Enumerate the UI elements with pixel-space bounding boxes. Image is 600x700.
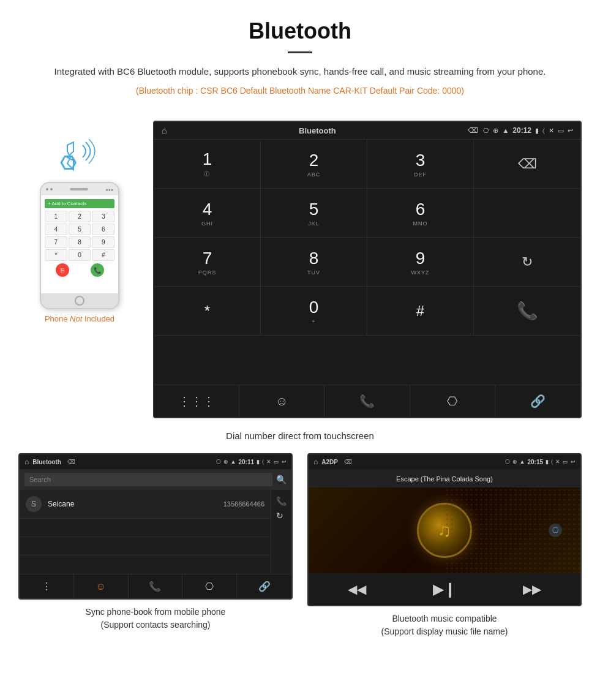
music-cam-icon: ▮ [546, 459, 549, 465]
pb-nav-bt[interactable]: ⎔ [182, 574, 237, 598]
phone-speaker [70, 188, 88, 190]
music-status-icons: ⎔ ⊕ ▲ 20:15 ▮ 〈 ✕ ▭ ↩ [505, 459, 576, 465]
pb-nav-person-icon: ☺ [96, 581, 106, 592]
phone-key-hash: # [92, 249, 114, 261]
dp-key-1[interactable]: 1ⓛ [154, 140, 261, 189]
pb-contact-name: Seicane [48, 500, 223, 508]
phonebook-screenshot-block: ⌂ Bluetooth ⌫ ⎔ ⊕ ▲ 20:11 ▮ 〈 ✕ ▭ ↩ Sear… [18, 453, 293, 638]
music-time: 20:15 [527, 459, 543, 465]
phone-key-2: 2 [69, 211, 91, 222]
pb-nav-link[interactable]: 🔗 [237, 574, 291, 598]
dp-backspace-icon[interactable]: ⌫ [518, 156, 537, 172]
cbn-contacts[interactable]: ☺ [239, 385, 324, 417]
dp-key-6[interactable]: 6MNO [367, 189, 474, 238]
phone-not-included-label: Phone Not Included [45, 314, 114, 323]
music-status-bar: ⌂ A2DP ⌫ ⎔ ⊕ ▲ 20:15 ▮ 〈 ✕ ▭ ↩ [309, 454, 580, 469]
dp-key-5[interactable]: 5JKL [261, 189, 367, 238]
phone-key-4: 4 [45, 224, 67, 235]
phone-key-5: 5 [69, 224, 91, 235]
pb-nav-phone-icon: 📞 [149, 581, 161, 592]
dialpad-grid: 1ⓛ 2ABC 3DEF ⌫ 4GHI 5JKL [154, 140, 580, 385]
dp-call-end[interactable]: 📞 [474, 287, 580, 336]
cbn-bluetooth[interactable]: ⎔ [410, 385, 495, 417]
dp-key-hash[interactable]: # [367, 287, 474, 336]
pb-nav-dialpad[interactable]: ⋮ [20, 574, 74, 598]
car-location-icon: ⊕ [493, 127, 498, 135]
pb-nav-contacts[interactable]: ☺ [74, 574, 129, 598]
phone-action-row: ⎘ 📞 [45, 263, 114, 277]
music-caption: Bluetooth music compatible (Support disp… [307, 612, 582, 638]
dp-key-3[interactable]: 3DEF [367, 140, 474, 189]
pb-back-icon: ↩ [282, 459, 287, 465]
dp-key-2[interactable]: 2ABC [261, 140, 367, 189]
music-back-icon: ↩ [571, 459, 576, 465]
phone-key-8: 8 [69, 236, 91, 248]
pb-search-field[interactable]: Search [24, 473, 272, 486]
pb-bottom-nav: ⋮ ☺ 📞 ⎔ 🔗 [20, 574, 291, 598]
wave2 [86, 142, 91, 160]
call-green-icon[interactable]: 📞 [517, 301, 538, 321]
car-dialpad-screen: ⌂ Bluetooth ⌫ ⎔ ⊕ ▲ 20:12 ▮ 〈 ✕ ▭ ↩ [153, 121, 582, 418]
pb-status-icons: ⎔ ⊕ ▲ 20:11 ▮ 〈 ✕ ▭ ↩ [216, 459, 287, 465]
bluetooth-signal: ⎔ [55, 139, 104, 176]
dp-key-refresh[interactable]: ↻ [474, 238, 580, 287]
pb-search-icon[interactable]: 🔍 [276, 475, 287, 484]
cbn-dialpad[interactable]: ⋮⋮⋮ [154, 385, 239, 417]
dp-key-4[interactable]: 4GHI [154, 189, 261, 238]
cbn-link[interactable]: 🔗 [495, 385, 580, 417]
car-signal-icon: ▲ [502, 127, 509, 134]
music-title-bar: Escape (The Pina Colada Song) [309, 469, 580, 487]
music-controls: ◀◀ ▶❙ ▶▶ [309, 573, 580, 605]
phonebook-screenshot: ⌂ Bluetooth ⌫ ⎔ ⊕ ▲ 20:11 ▮ 〈 ✕ ▭ ↩ Sear… [18, 453, 293, 600]
cbn-phone[interactable]: 📞 [324, 385, 410, 417]
phonebook-caption-line1: Sync phone-book from mobile phone [86, 607, 226, 617]
music-bt-badge-icon: ⎔ [552, 526, 558, 535]
pb-right-icons: 📞 ↻ [271, 490, 291, 574]
music-play-pause-btn[interactable]: ▶❙ [433, 581, 456, 598]
music-screenshot-block: ⌂ A2DP ⌫ ⎔ ⊕ ▲ 20:15 ▮ 〈 ✕ ▭ ↩ Escape (T… [307, 453, 582, 638]
phone-key-3: 3 [92, 211, 114, 222]
car-volume-icon: 〈 [542, 127, 545, 135]
car-x-icon: ✕ [549, 127, 554, 135]
pb-contact-row[interactable]: S Seicane 13566664466 [20, 490, 271, 519]
phone-key-6: 6 [92, 224, 114, 235]
pb-contact-list: S Seicane 13566664466 [20, 490, 271, 574]
pb-bt-icon: ⎔ [216, 459, 221, 465]
phonebook-caption-line2: (Support contacts searching) [101, 620, 211, 630]
bluetooth-icon: ⎔ [447, 394, 457, 408]
phone-key-9: 9 [92, 236, 114, 248]
dp-key-7[interactable]: 7PQRS [154, 238, 261, 287]
phone-home-circle [75, 296, 84, 306]
music-art-area: ♫ ⎔ [309, 487, 580, 573]
dp-key-star[interactable]: * [154, 287, 261, 336]
pb-title: Bluetooth [32, 459, 61, 465]
music-track-name: Escape (The Pina Colada Song) [396, 475, 493, 483]
signal-waves-svg: ⎔ [55, 139, 104, 176]
car-time: 20:12 [512, 126, 531, 135]
music-vol-icon: 〈 [551, 459, 553, 465]
music-bt-icon: ⎔ [505, 459, 510, 465]
pb-contact-number: 13566664466 [223, 500, 264, 508]
dp-key-empty-2 [474, 189, 580, 238]
music-title: A2DP [321, 459, 338, 465]
dp-key-0[interactable]: 0+ [261, 287, 367, 336]
pb-empty-row-1 [20, 519, 271, 537]
music-prev-btn[interactable]: ◀◀ [348, 582, 366, 597]
pb-status-bar: ⌂ Bluetooth ⌫ ⎔ ⊕ ▲ 20:11 ▮ 〈 ✕ ▭ ↩ [20, 454, 291, 469]
pb-right-phone-icon[interactable]: 📞 [276, 496, 287, 506]
pb-x-icon: ✕ [266, 459, 271, 465]
car-home-icon: ⌂ [162, 126, 167, 135]
dp-key-9[interactable]: 9WXYZ [367, 238, 474, 287]
pb-usb-icon: ⌫ [67, 459, 75, 465]
pb-home-icon: ⌂ [24, 457, 29, 466]
dp-key-8[interactable]: 8TUV [261, 238, 367, 287]
phone-icon: 📞 [359, 394, 375, 408]
pb-right-refresh-icon[interactable]: ↻ [276, 511, 287, 521]
phone-screen: + Add to Contacts 1 2 3 4 5 6 7 8 9 * 0 … [41, 195, 118, 293]
music-next-btn[interactable]: ▶▶ [523, 582, 541, 597]
phone-home-btn [41, 293, 118, 308]
pb-empty-row-2 [20, 537, 271, 555]
phonebook-caption: Sync phone-book from mobile phone (Suppo… [18, 606, 293, 631]
pb-nav-phone[interactable]: 📞 [129, 574, 183, 598]
pb-rect-icon: ▭ [274, 459, 279, 465]
